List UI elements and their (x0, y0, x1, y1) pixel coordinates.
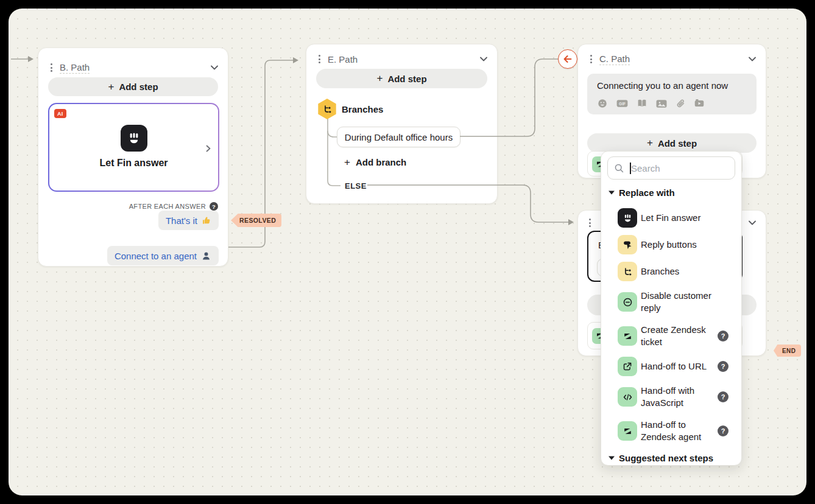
fin-step-card[interactable]: AI Let Fin answer (48, 103, 219, 192)
branch-condition[interactable]: During Default office hours (337, 127, 460, 147)
menu-item-label: Disable customer reply (641, 290, 721, 314)
code-icon (618, 387, 637, 407)
add-step-label: Add step (658, 138, 697, 149)
fin-icon (121, 125, 147, 152)
add-step-button[interactable]: + Add step (316, 69, 487, 88)
drag-handle-icon[interactable] (590, 55, 592, 63)
workflow-canvas[interactable]: B. Path + Add step AI Let Fin (9, 9, 806, 495)
path-card-b: B. Path + Add step AI Let Fin (38, 47, 228, 267)
section-replace-with[interactable]: Replace with (609, 187, 675, 198)
menu-item-label: Create Zendesk ticket (641, 324, 721, 348)
plus-icon: + (647, 138, 653, 148)
chevron-down-icon[interactable] (749, 220, 756, 225)
after-each-answer-label: AFTER EACH ANSWER (129, 203, 206, 210)
ai-badge: AI (54, 109, 66, 118)
section-suggested-next-steps[interactable]: Suggested next steps (609, 453, 713, 463)
add-step-label: Add step (387, 74, 426, 84)
chevron-down-icon[interactable] (480, 57, 487, 61)
path-title[interactable]: B. Path (60, 62, 90, 74)
video-icon[interactable] (694, 99, 705, 108)
help-icon[interactable]: ? (718, 331, 729, 341)
menu-item-label: Let Fin answer (641, 205, 721, 231)
resolved-badge: RESOLVED (231, 214, 281, 227)
path-card-e: E. Path + Add step Branches (306, 44, 498, 204)
section-label: Replace with (619, 187, 675, 198)
menu-item-label: Hand-off with JavaScript (641, 385, 721, 409)
menu-item-reply-buttons[interactable]: Reply buttons (606, 231, 736, 258)
help-icon[interactable]: ? (718, 361, 729, 372)
triangle-down-icon (609, 191, 615, 195)
else-branch-label[interactable]: ELSE (345, 181, 367, 191)
external-link-icon (618, 357, 637, 376)
message-text[interactable]: Connecting you to an agent now (597, 80, 728, 91)
zendesk-icon (618, 421, 637, 441)
search-box[interactable] (607, 156, 735, 180)
workflow-canvas-frame: B. Path + Add step AI Let Fin (0, 0, 815, 504)
menu-item-let-fin-answer[interactable]: Let Fin answer (606, 205, 736, 231)
thumbs-up-icon (202, 215, 211, 225)
step-title: Let Fin answer (49, 158, 218, 169)
search-icon (614, 163, 624, 173)
menu-item-label: Hand-off to Zendesk agent (641, 419, 721, 443)
menu-item-disable-customer-reply[interactable]: Disable customer reply (606, 284, 736, 320)
chevron-down-icon[interactable] (749, 57, 756, 61)
fin-icon (618, 208, 637, 228)
person-icon (201, 251, 211, 261)
drag-handle-icon[interactable] (319, 55, 320, 63)
branches-icon (317, 99, 337, 119)
connect-agent-label: Connect to an agent (115, 251, 197, 261)
menu-item-branches[interactable]: Branches (606, 258, 736, 285)
menu-item-handoff-to-url[interactable]: Hand-off to URL ? (606, 353, 736, 380)
add-branch-button[interactable]: + Add branch (344, 157, 406, 167)
help-icon[interactable]: ? (718, 425, 729, 436)
help-icon[interactable]: ? (718, 391, 729, 402)
path-title[interactable]: E. Path (328, 54, 358, 65)
step-menu-dropdown: Replace with Let Fin answer Reply button… (601, 151, 742, 466)
menu-item-label: Reply buttons (641, 231, 721, 258)
menu-item-handoff-to-zendesk-agent[interactable]: Hand-off to Zendesk agent ? (606, 413, 736, 449)
branches-step-label[interactable]: Branches (342, 104, 383, 114)
thats-it-label: That's it (166, 215, 197, 226)
search-input[interactable] (631, 157, 729, 179)
add-step-label: Add step (119, 82, 158, 92)
plus-icon: + (108, 82, 114, 92)
message-composer[interactable]: Connecting you to an agent now GIF (587, 74, 757, 114)
article-icon[interactable] (637, 98, 647, 109)
drag-handle-icon[interactable] (589, 219, 591, 227)
plus-icon: + (376, 73, 383, 83)
emoji-icon[interactable] (597, 98, 608, 109)
chevron-right-icon[interactable] (206, 145, 211, 152)
menu-item-create-zendesk-ticket[interactable]: Create Zendesk ticket ? (606, 318, 736, 354)
reply-buttons-icon (618, 235, 637, 254)
section-label: Suggested next steps (619, 453, 713, 463)
drag-handle-icon[interactable] (51, 63, 52, 72)
add-branch-label: Add branch (356, 157, 406, 167)
gif-icon[interactable]: GIF (616, 98, 629, 109)
attachment-icon[interactable] (676, 98, 686, 109)
help-icon[interactable]: ? (210, 202, 218, 211)
svg-text:GIF: GIF (619, 102, 626, 106)
jump-back-arrow-icon[interactable] (558, 49, 577, 69)
image-icon[interactable] (655, 99, 668, 109)
menu-item-label: Branches (641, 258, 721, 285)
branches-icon (618, 262, 637, 281)
connect-agent-button[interactable]: Connect to an agent (107, 246, 219, 265)
triangle-down-icon (609, 456, 615, 460)
thats-it-button[interactable]: That's it (158, 211, 219, 230)
add-step-button[interactable]: + Add step (48, 77, 218, 96)
zendesk-icon (618, 326, 637, 346)
menu-item-label: Hand-off to URL (641, 353, 721, 380)
menu-item-handoff-with-javascript[interactable]: Hand-off with JavaScript ? (606, 379, 736, 415)
end-badge: END (774, 345, 801, 357)
add-step-button[interactable]: + Add step (587, 133, 757, 153)
disable-reply-icon (618, 292, 637, 312)
path-title[interactable]: C. Path (599, 54, 630, 65)
chevron-down-icon[interactable] (211, 65, 218, 70)
plus-icon: + (344, 157, 350, 167)
